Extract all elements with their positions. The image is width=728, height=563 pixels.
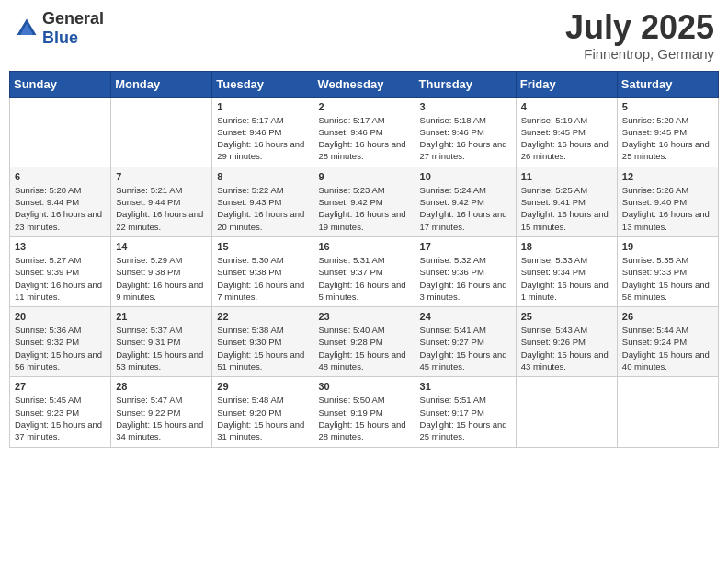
day-number: 8 bbox=[217, 171, 308, 182]
calendar-day-cell: 12Sunrise: 5:26 AMSunset: 9:40 PMDayligh… bbox=[617, 167, 718, 236]
day-number: 7 bbox=[116, 171, 207, 182]
calendar-day-cell: 10Sunrise: 5:24 AMSunset: 9:42 PMDayligh… bbox=[415, 167, 516, 236]
day-number: 22 bbox=[217, 311, 308, 322]
calendar-day-cell: 17Sunrise: 5:32 AMSunset: 9:36 PMDayligh… bbox=[415, 236, 516, 306]
calendar-table: SundayMondayTuesdayWednesdayThursdayFrid… bbox=[9, 71, 719, 448]
calendar-day-cell: 25Sunrise: 5:43 AMSunset: 9:26 PMDayligh… bbox=[516, 307, 617, 377]
logo-blue: Blue bbox=[42, 29, 78, 47]
calendar-day-cell: 19Sunrise: 5:35 AMSunset: 9:33 PMDayligh… bbox=[617, 236, 718, 306]
day-info: Sunrise: 5:51 AMSunset: 9:17 PMDaylight:… bbox=[420, 394, 511, 442]
calendar-week-row: 1Sunrise: 5:17 AMSunset: 9:46 PMDaylight… bbox=[10, 97, 719, 167]
day-info: Sunrise: 5:18 AMSunset: 9:46 PMDaylight:… bbox=[420, 114, 511, 163]
calendar-day-cell: 3Sunrise: 5:18 AMSunset: 9:46 PMDaylight… bbox=[415, 97, 516, 167]
day-number: 21 bbox=[116, 311, 207, 322]
day-info: Sunrise: 5:21 AMSunset: 9:44 PMDaylight:… bbox=[116, 184, 207, 233]
calendar-day-cell: 7Sunrise: 5:21 AMSunset: 9:44 PMDaylight… bbox=[111, 167, 212, 236]
calendar-day-cell: 23Sunrise: 5:40 AMSunset: 9:28 PMDayligh… bbox=[313, 307, 415, 377]
day-number: 5 bbox=[622, 101, 713, 112]
location: Finnentrop, Germany bbox=[565, 46, 714, 62]
day-info: Sunrise: 5:29 AMSunset: 9:38 PMDaylight:… bbox=[116, 254, 207, 303]
day-number: 13 bbox=[15, 241, 106, 252]
day-number: 25 bbox=[521, 311, 612, 322]
weekday-header: Friday bbox=[516, 71, 617, 97]
calendar-day-cell bbox=[10, 97, 111, 167]
day-number: 31 bbox=[420, 381, 511, 392]
day-number: 11 bbox=[521, 171, 612, 182]
day-info: Sunrise: 5:22 AMSunset: 9:43 PMDaylight:… bbox=[217, 184, 308, 233]
day-number: 17 bbox=[420, 241, 511, 252]
calendar-day-cell: 16Sunrise: 5:31 AMSunset: 9:37 PMDayligh… bbox=[313, 236, 415, 306]
day-info: Sunrise: 5:36 AMSunset: 9:32 PMDaylight:… bbox=[15, 324, 106, 373]
calendar-day-cell: 5Sunrise: 5:20 AMSunset: 9:45 PMDaylight… bbox=[617, 97, 718, 167]
day-info: Sunrise: 5:41 AMSunset: 9:27 PMDaylight:… bbox=[420, 324, 511, 373]
calendar-week-row: 20Sunrise: 5:36 AMSunset: 9:32 PMDayligh… bbox=[10, 307, 719, 377]
calendar-day-cell: 2Sunrise: 5:17 AMSunset: 9:46 PMDaylight… bbox=[313, 97, 415, 167]
day-number: 14 bbox=[116, 241, 207, 252]
day-info: Sunrise: 5:47 AMSunset: 9:22 PMDaylight:… bbox=[116, 394, 207, 442]
day-info: Sunrise: 5:25 AMSunset: 9:41 PMDaylight:… bbox=[521, 184, 612, 233]
day-number: 24 bbox=[420, 311, 511, 322]
calendar-day-cell: 27Sunrise: 5:45 AMSunset: 9:23 PMDayligh… bbox=[10, 377, 111, 447]
day-number: 28 bbox=[116, 381, 207, 392]
day-info: Sunrise: 5:26 AMSunset: 9:40 PMDaylight:… bbox=[622, 184, 713, 233]
calendar-day-cell: 28Sunrise: 5:47 AMSunset: 9:22 PMDayligh… bbox=[111, 377, 212, 447]
day-number: 10 bbox=[420, 171, 511, 182]
day-number: 16 bbox=[318, 241, 409, 252]
calendar-week-row: 6Sunrise: 5:20 AMSunset: 9:44 PMDaylight… bbox=[10, 167, 719, 236]
calendar-day-cell: 20Sunrise: 5:36 AMSunset: 9:32 PMDayligh… bbox=[10, 307, 111, 377]
logo-icon bbox=[14, 16, 40, 41]
day-number: 2 bbox=[318, 101, 409, 112]
logo-general: General bbox=[42, 9, 104, 28]
day-number: 30 bbox=[318, 381, 409, 392]
day-info: Sunrise: 5:35 AMSunset: 9:33 PMDaylight:… bbox=[622, 254, 713, 303]
day-number: 23 bbox=[318, 311, 409, 322]
calendar-day-cell: 21Sunrise: 5:37 AMSunset: 9:31 PMDayligh… bbox=[111, 307, 212, 377]
title-block: July 2025 Finnentrop, Germany bbox=[565, 9, 714, 62]
day-info: Sunrise: 5:33 AMSunset: 9:34 PMDaylight:… bbox=[521, 254, 612, 303]
day-number: 1 bbox=[217, 101, 308, 112]
calendar-day-cell: 29Sunrise: 5:48 AMSunset: 9:20 PMDayligh… bbox=[212, 377, 313, 447]
weekday-header: Thursday bbox=[415, 71, 516, 97]
day-info: Sunrise: 5:27 AMSunset: 9:39 PMDaylight:… bbox=[15, 254, 106, 303]
day-info: Sunrise: 5:17 AMSunset: 9:46 PMDaylight:… bbox=[318, 114, 409, 163]
day-info: Sunrise: 5:50 AMSunset: 9:19 PMDaylight:… bbox=[318, 394, 409, 442]
calendar-day-cell: 6Sunrise: 5:20 AMSunset: 9:44 PMDaylight… bbox=[10, 167, 111, 236]
calendar-day-cell: 15Sunrise: 5:30 AMSunset: 9:38 PMDayligh… bbox=[212, 236, 313, 306]
day-number: 15 bbox=[217, 241, 308, 252]
weekday-header: Saturday bbox=[617, 71, 718, 97]
day-info: Sunrise: 5:40 AMSunset: 9:28 PMDaylight:… bbox=[318, 324, 409, 373]
day-number: 9 bbox=[318, 171, 409, 182]
day-number: 6 bbox=[15, 171, 106, 182]
calendar-day-cell: 13Sunrise: 5:27 AMSunset: 9:39 PMDayligh… bbox=[10, 236, 111, 306]
day-info: Sunrise: 5:37 AMSunset: 9:31 PMDaylight:… bbox=[116, 324, 207, 373]
calendar-day-cell: 31Sunrise: 5:51 AMSunset: 9:17 PMDayligh… bbox=[415, 377, 516, 447]
weekday-header: Tuesday bbox=[212, 71, 313, 97]
month-title: July 2025 bbox=[565, 9, 714, 46]
day-info: Sunrise: 5:30 AMSunset: 9:38 PMDaylight:… bbox=[217, 254, 308, 303]
logo: General Blue bbox=[14, 9, 104, 48]
day-number: 29 bbox=[217, 381, 308, 392]
day-number: 27 bbox=[15, 381, 106, 392]
day-info: Sunrise: 5:20 AMSunset: 9:45 PMDaylight:… bbox=[622, 114, 713, 163]
calendar-day-cell: 18Sunrise: 5:33 AMSunset: 9:34 PMDayligh… bbox=[516, 236, 617, 306]
calendar-day-cell: 11Sunrise: 5:25 AMSunset: 9:41 PMDayligh… bbox=[516, 167, 617, 236]
calendar-day-cell: 30Sunrise: 5:50 AMSunset: 9:19 PMDayligh… bbox=[313, 377, 415, 447]
weekday-header: Monday bbox=[111, 71, 212, 97]
day-number: 18 bbox=[521, 241, 612, 252]
day-info: Sunrise: 5:24 AMSunset: 9:42 PMDaylight:… bbox=[420, 184, 511, 233]
weekday-header: Wednesday bbox=[313, 71, 415, 97]
day-info: Sunrise: 5:17 AMSunset: 9:46 PMDaylight:… bbox=[217, 114, 308, 163]
calendar-day-cell: 22Sunrise: 5:38 AMSunset: 9:30 PMDayligh… bbox=[212, 307, 313, 377]
calendar-day-cell: 1Sunrise: 5:17 AMSunset: 9:46 PMDaylight… bbox=[212, 97, 313, 167]
day-number: 3 bbox=[420, 101, 511, 112]
day-info: Sunrise: 5:44 AMSunset: 9:24 PMDaylight:… bbox=[622, 324, 713, 373]
day-info: Sunrise: 5:43 AMSunset: 9:26 PMDaylight:… bbox=[521, 324, 612, 373]
calendar-day-cell: 8Sunrise: 5:22 AMSunset: 9:43 PMDaylight… bbox=[212, 167, 313, 236]
day-number: 12 bbox=[622, 171, 713, 182]
calendar-day-cell: 14Sunrise: 5:29 AMSunset: 9:38 PMDayligh… bbox=[111, 236, 212, 306]
day-number: 19 bbox=[622, 241, 713, 252]
calendar-week-row: 27Sunrise: 5:45 AMSunset: 9:23 PMDayligh… bbox=[10, 377, 719, 447]
calendar-day-cell: 9Sunrise: 5:23 AMSunset: 9:42 PMDaylight… bbox=[313, 167, 415, 236]
day-info: Sunrise: 5:32 AMSunset: 9:36 PMDaylight:… bbox=[420, 254, 511, 303]
day-info: Sunrise: 5:31 AMSunset: 9:37 PMDaylight:… bbox=[318, 254, 409, 303]
